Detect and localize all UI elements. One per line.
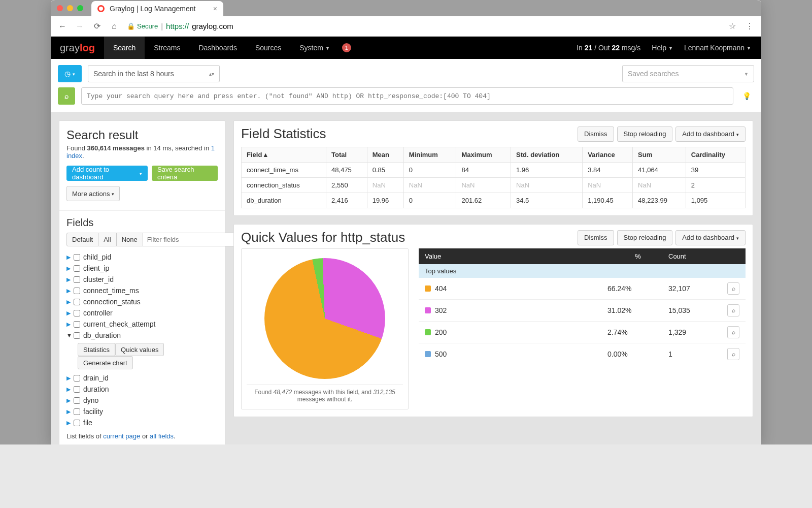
window-min-icon[interactable]	[67, 5, 73, 11]
column-header[interactable]: Variance	[583, 147, 633, 163]
field-checkbox[interactable]	[74, 310, 80, 316]
column-header[interactable]: Mean	[367, 147, 403, 163]
chevron-right-icon[interactable]: ▶	[66, 321, 71, 328]
time-config-button[interactable]: ◷▾	[58, 65, 82, 82]
zoom-icon[interactable]: ⌕	[727, 304, 739, 316]
chevron-down-icon[interactable]: ▼	[66, 332, 71, 338]
app-logo[interactable]: graylog	[51, 42, 104, 54]
column-header[interactable]: Maximum	[456, 147, 511, 163]
stop-reloading-button[interactable]: Stop reloading	[617, 126, 673, 142]
field-item[interactable]: ▶facility	[66, 406, 218, 417]
nav-item-streams[interactable]: Streams	[145, 37, 189, 59]
help-menu[interactable]: Help ▼	[652, 37, 673, 59]
field-item[interactable]: ▶dyno	[66, 395, 218, 406]
column-header[interactable]: Cardinality	[686, 147, 745, 163]
home-icon[interactable]: ⌂	[110, 22, 119, 31]
field-checkbox[interactable]	[74, 332, 80, 339]
field-checkbox[interactable]	[74, 265, 80, 272]
field-checkbox[interactable]	[74, 276, 80, 283]
field-checkbox[interactable]	[74, 408, 80, 415]
nav-notification-badge[interactable]: 1	[342, 43, 351, 52]
fields-filter-input[interactable]	[143, 233, 237, 246]
field-checkbox[interactable]	[74, 420, 80, 426]
field-item[interactable]: ▶current_check_attempt	[66, 319, 218, 330]
stop-reloading-button[interactable]: Stop reloading	[617, 230, 673, 245]
chevron-right-icon[interactable]: ▶	[66, 375, 71, 382]
reload-icon[interactable]: ⟳	[92, 21, 101, 31]
chevron-right-icon[interactable]: ▶	[66, 288, 71, 294]
star-icon[interactable]: ☆	[728, 21, 737, 31]
field-item[interactable]: ▼db_duration	[66, 330, 218, 341]
fields-default-button[interactable]: Default	[66, 233, 98, 246]
nav-item-system[interactable]: System ▼	[290, 37, 339, 59]
nav-item-dashboards[interactable]: Dashboards	[189, 37, 246, 59]
browser-tab[interactable]: Graylog | Log Management ×	[91, 1, 223, 16]
field-item[interactable]: ▶cluster_id	[66, 274, 218, 285]
chevron-right-icon[interactable]: ▶	[66, 265, 71, 272]
add-to-dashboard-button[interactable]: Add to dashboard ▾	[675, 126, 746, 142]
user-menu[interactable]: Lennart Koopmann ▼	[684, 37, 751, 59]
field-item[interactable]: ▶client_ip	[66, 263, 218, 274]
zoom-icon[interactable]: ⌕	[727, 348, 739, 360]
field-checkbox[interactable]	[74, 397, 80, 404]
field-item[interactable]: ▶child_pid	[66, 251, 218, 263]
count-label: 1,329	[668, 328, 724, 336]
chevron-right-icon[interactable]: ▶	[66, 254, 71, 261]
nav-item-sources[interactable]: Sources	[246, 37, 290, 59]
field-item[interactable]: ▶drain_id	[66, 372, 218, 384]
add-to-dashboard-button[interactable]: Add to dashboard ▾	[675, 230, 746, 245]
fields-none-button[interactable]: None	[117, 233, 143, 246]
field-checkbox[interactable]	[74, 254, 80, 261]
column-header[interactable]: Std. deviation	[511, 147, 583, 163]
back-icon[interactable]: ←	[58, 22, 67, 31]
field-checkbox[interactable]	[74, 299, 80, 305]
zoom-icon[interactable]: ⌕	[727, 326, 739, 338]
field-checkbox[interactable]	[74, 386, 80, 393]
field-item[interactable]: ▶controller	[66, 307, 218, 319]
statistics-button[interactable]: Statistics	[78, 343, 115, 356]
nav-item-search[interactable]: Search	[104, 37, 145, 59]
chevron-right-icon[interactable]: ▶	[66, 310, 71, 316]
column-header[interactable]: Sum	[633, 147, 686, 163]
save-criteria-button[interactable]: Save search criteria	[152, 166, 218, 181]
fields-all-button[interactable]: All	[98, 233, 116, 246]
more-actions-button[interactable]: More actions ▾	[66, 186, 120, 201]
table-cell: NaN	[583, 178, 633, 193]
timerange-select[interactable]: Search in the last 8 hours▴▾	[88, 65, 220, 82]
menu-icon[interactable]: ⋮	[745, 21, 754, 31]
field-item[interactable]: ▶connection_status	[66, 296, 218, 307]
field-item[interactable]: ▶file	[66, 417, 218, 428]
field-item[interactable]: ▶duration	[66, 384, 218, 395]
current-page-link[interactable]: current page	[103, 432, 140, 440]
chevron-right-icon[interactable]: ▶	[66, 420, 71, 426]
column-header[interactable]: Field ▴	[242, 147, 326, 163]
chevron-right-icon[interactable]: ▶	[66, 408, 71, 415]
column-header[interactable]: Total	[326, 147, 367, 163]
add-count-button[interactable]: Add count to dashboard ▾	[66, 166, 148, 181]
chevron-right-icon[interactable]: ▶	[66, 397, 71, 404]
hint-icon[interactable]: 💡	[739, 92, 754, 100]
window-max-icon[interactable]	[77, 5, 83, 11]
url-field[interactable]: 🔒 Secure | https://graylog.com	[127, 22, 720, 30]
search-query-input[interactable]	[81, 87, 733, 105]
chevron-right-icon[interactable]: ▶	[66, 276, 71, 283]
chevron-right-icon[interactable]: ▶	[66, 386, 71, 393]
zoom-icon[interactable]: ⌕	[727, 282, 739, 295]
field-item[interactable]: ▶connect_time_ms	[66, 285, 218, 296]
all-fields-link[interactable]: all fields	[150, 432, 174, 440]
dismiss-button[interactable]: Dismiss	[578, 230, 614, 245]
chevron-right-icon[interactable]: ▶	[66, 299, 71, 305]
saved-searches-select[interactable]: Saved searches▼	[622, 65, 754, 82]
field-checkbox[interactable]	[74, 288, 80, 294]
search-button[interactable]: ⌕	[58, 87, 75, 105]
column-header[interactable]: Minimum	[403, 147, 456, 163]
field-list: ▶child_pid▶client_ip▶cluster_id▶connect_…	[66, 251, 218, 428]
field-checkbox[interactable]	[74, 321, 80, 328]
dismiss-button[interactable]: Dismiss	[578, 126, 614, 142]
quick-values-button[interactable]: Quick values	[115, 343, 164, 356]
tab-close-icon[interactable]: ×	[213, 5, 217, 13]
forward-icon[interactable]: →	[75, 22, 84, 31]
field-checkbox[interactable]	[74, 375, 80, 382]
window-close-icon[interactable]	[57, 5, 63, 11]
generate-chart-button[interactable]: Generate chart	[78, 356, 133, 369]
